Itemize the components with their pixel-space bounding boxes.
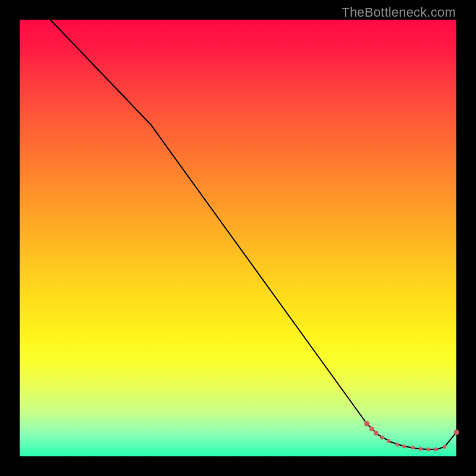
data-point — [434, 447, 437, 451]
data-point — [419, 447, 422, 450]
data-point — [369, 427, 374, 431]
watermark-text: TheBottleneck.com — [342, 5, 456, 20]
data-point — [364, 421, 369, 427]
chart-overlay — [20, 20, 456, 456]
data-point — [380, 436, 384, 439]
data-points — [364, 421, 459, 452]
data-point — [411, 446, 414, 449]
data-point — [427, 447, 430, 451]
chart-frame: TheBottleneck.com — [0, 0, 476, 476]
data-point — [387, 439, 390, 443]
data-point — [402, 444, 406, 448]
data-point — [443, 445, 446, 449]
data-point — [454, 430, 459, 435]
data-point — [374, 431, 378, 436]
data-point — [396, 443, 399, 446]
line-series — [50, 20, 456, 449]
